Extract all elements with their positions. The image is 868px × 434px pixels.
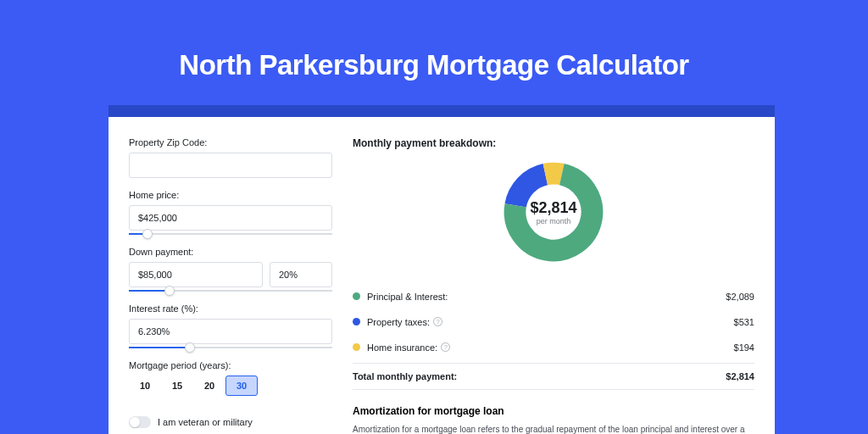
legend-label: Home insurance:? bbox=[367, 342, 734, 353]
legend-label: Property taxes:? bbox=[367, 317, 734, 327]
period-button-group: 10152030 bbox=[129, 376, 337, 396]
donut-wrap: $2,814 per month bbox=[353, 156, 754, 278]
legend-dot-icon bbox=[353, 292, 360, 300]
veteran-toggle[interactable] bbox=[129, 416, 151, 428]
donut-sub: per month bbox=[537, 217, 571, 225]
donut-center: $2,814 per month bbox=[503, 161, 604, 263]
calculator-panel: Property Zip Code: Home price: Down paym… bbox=[108, 117, 775, 434]
period-button-15[interactable]: 15 bbox=[161, 376, 193, 396]
veteran-toggle-knob bbox=[130, 417, 140, 427]
down-payment-slider-fill bbox=[129, 290, 170, 292]
calculator-panel-wrap: Property Zip Code: Home price: Down paym… bbox=[108, 105, 775, 434]
veteran-row: I am veteran or military bbox=[129, 416, 337, 428]
home-price-input[interactable] bbox=[129, 205, 332, 231]
down-payment-slider-thumb[interactable] bbox=[164, 286, 175, 296]
period-button-30[interactable]: 30 bbox=[225, 376, 258, 396]
legend-value: $531 bbox=[734, 317, 754, 327]
down-payment-pct-input[interactable] bbox=[270, 262, 332, 287]
interest-input[interactable] bbox=[129, 319, 332, 344]
period-button-20[interactable]: 20 bbox=[193, 376, 225, 396]
info-icon[interactable]: ? bbox=[441, 342, 450, 352]
down-payment-label: Down payment: bbox=[129, 247, 337, 257]
period-button-10[interactable]: 10 bbox=[129, 376, 161, 396]
legend-value: $2,089 bbox=[726, 292, 754, 302]
legend-row: Principal & Interest:$2,089 bbox=[353, 283, 754, 309]
donut-amount: $2,814 bbox=[530, 199, 576, 217]
legend-value: $194 bbox=[734, 342, 754, 353]
info-icon[interactable]: ? bbox=[433, 317, 442, 326]
down-payment-input[interactable] bbox=[129, 262, 263, 287]
donut-chart: $2,814 per month bbox=[503, 161, 604, 263]
home-price-label: Home price: bbox=[129, 190, 337, 200]
breakdown-column: Monthly payment breakdown: $2,814 per mo… bbox=[337, 117, 775, 434]
zip-input[interactable] bbox=[129, 153, 332, 178]
veteran-label: I am veteran or military bbox=[158, 417, 253, 427]
breakdown-heading: Monthly payment breakdown: bbox=[353, 137, 754, 149]
legend-label: Principal & Interest: bbox=[367, 292, 726, 302]
legend-dot-icon bbox=[353, 318, 360, 326]
zip-label: Property Zip Code: bbox=[129, 137, 337, 147]
page-title: North Parkersburg Mortgage Calculator bbox=[0, 0, 868, 81]
interest-slider-thumb[interactable] bbox=[185, 342, 195, 353]
legend-dot-icon bbox=[353, 343, 360, 351]
legend-row: Home insurance:?$194 bbox=[353, 334, 754, 359]
amortization-heading: Amortization for mortgage loan bbox=[353, 405, 754, 417]
interest-label: Interest rate (%): bbox=[129, 303, 337, 314]
legend-row: Property taxes:?$531 bbox=[353, 309, 754, 334]
home-price-slider-thumb[interactable] bbox=[142, 229, 153, 239]
legend: Principal & Interest:$2,089Property taxe… bbox=[353, 283, 754, 359]
interest-slider-fill bbox=[129, 347, 190, 348]
down-payment-slider[interactable] bbox=[129, 290, 332, 292]
period-label: Mortgage period (years): bbox=[129, 360, 337, 370]
form-column: Property Zip Code: Home price: Down paym… bbox=[108, 117, 337, 434]
home-price-slider[interactable] bbox=[129, 233, 332, 235]
amortization-text: Amortization for a mortgage loan refers … bbox=[353, 424, 754, 434]
total-value: $2,814 bbox=[726, 371, 754, 381]
interest-slider[interactable] bbox=[129, 347, 332, 348]
total-label: Total monthly payment: bbox=[353, 371, 726, 381]
total-row: Total monthly payment: $2,814 bbox=[353, 363, 754, 390]
